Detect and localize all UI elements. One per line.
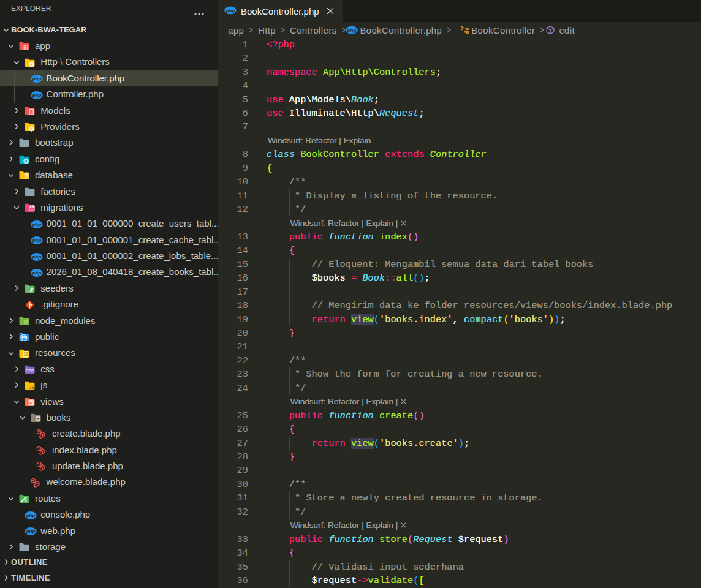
svg-text:‹›: ‹› [30,400,33,405]
svg-text:php: php [31,222,41,227]
svg-text:php: php [31,270,41,276]
svg-text:php: php [31,77,41,82]
svg-text:CSS: CSS [26,368,34,372]
svg-text:php: php [26,529,36,535]
svg-text:php: php [31,238,41,244]
svg-text:php: php [31,92,41,98]
svg-text:php: php [225,8,235,13]
svg-text:php: php [31,254,41,260]
svg-text:php: php [347,28,357,33]
svg-text:php: php [26,513,36,518]
svg-text:JS: JS [29,385,35,390]
svg-text:B: B [36,417,39,421]
